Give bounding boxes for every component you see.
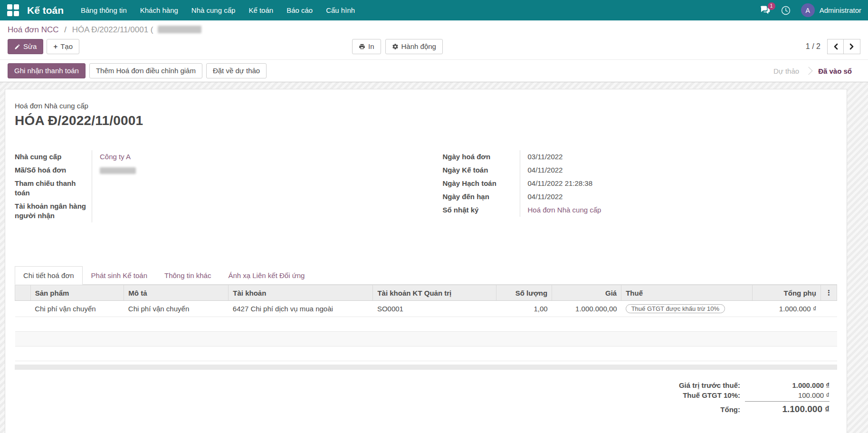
total-untaxed: Giá trị trước thuế: 1.000.000 ₫ <box>679 380 830 390</box>
cell-tax: Thuế GTGT được khấu trừ 10% <box>621 301 752 317</box>
totals-block: Giá trị trước thuế: 1.000.000 ₫ Thuế GTG… <box>15 380 837 433</box>
cell-quantity: 1,00 <box>496 301 552 317</box>
edit-button[interactable]: Sửa <box>8 39 43 54</box>
field-due-date: Ngày đến hạn 04/11/2022 <box>443 190 838 203</box>
field-column-left: Nhà cung cấp Công ty A Mã/Số hoá đơn Tha… <box>15 150 410 222</box>
supplier-link[interactable]: Công ty A <box>100 153 131 161</box>
optional-columns-header: ⋮ <box>820 285 837 301</box>
kebab-icon[interactable]: ⋮ <box>825 289 832 297</box>
create-button[interactable]: + Tạo <box>47 39 79 54</box>
pager-counter: 1 / 2 <box>806 42 820 51</box>
activities-button[interactable] <box>781 6 791 15</box>
total-amount: Tổng: 1.100.000 ₫ <box>720 400 830 415</box>
notebook-tabs: Chi tiết hoá đơn Phát sinh Kế toán Thông… <box>15 266 837 285</box>
table-row[interactable]: Chi phí vận chuyển Chi phí vận chuyển 64… <box>15 301 837 317</box>
tab-invoice-lines[interactable]: Chi tiết hoá đơn <box>15 266 83 285</box>
nav-item-vendors[interactable]: Nhà cung cấp <box>185 0 242 20</box>
field-column-right: Ngày hoá đơn 03/11/2022 Ngày Kế toán 04/… <box>443 150 838 217</box>
breadcrumb-current: HÓA Đ/2022/11/0001 ( <box>72 25 153 34</box>
cell-price: 1.000.000,00 <box>552 301 621 317</box>
cell-analytic-account: SO0001 <box>373 301 496 317</box>
state-posted[interactable]: Đã vào sổ <box>810 64 860 78</box>
nav-item-dashboard[interactable]: Bảng thông tin <box>74 0 134 20</box>
invoice-lines-table: Sản phẩm Mô tả Tài khoản Tài khoản KT Qu… <box>15 285 837 361</box>
breadcrumb-separator: / <box>64 25 67 34</box>
pager-next-button[interactable] <box>844 39 860 54</box>
main-menu: Bảng thông tin Khách hàng Nhà cung cấp K… <box>74 0 362 20</box>
status-flow: Dự thảo Đã vào sổ <box>765 64 860 78</box>
field-recipient-bank: Tài khoản ngân hàng người nhận <box>15 200 410 222</box>
header-description: Mô tả <box>124 285 229 301</box>
cell-account: 6427 Chi phí dịch vụ mua ngoài <box>229 301 373 317</box>
pager-previous-button[interactable] <box>827 39 844 54</box>
cell-description: Chi phí vận chuyển <box>124 301 229 317</box>
table-header-row: Sản phẩm Mô tả Tài khoản Tài khoản KT Qu… <box>15 285 837 301</box>
reset-to-draft-button[interactable]: Đặt về dự thảo <box>206 63 267 78</box>
tab-journal-items[interactable]: Phát sinh Kế toán <box>83 266 156 285</box>
app-brand[interactable]: Kế toán <box>27 5 64 16</box>
invoice-sheet: Hoá đơn Nhà cung cấp HÓA Đ/2022/11/0001 … <box>5 89 847 433</box>
field-grid: Nhà cung cấp Công ty A Mã/Số hoá đơn Tha… <box>15 150 837 222</box>
action-menu-button[interactable]: Hành động <box>385 39 443 54</box>
tax-pill: Thuế GTGT được khấu trừ 10% <box>626 304 725 313</box>
empty-row <box>15 332 837 346</box>
nav-item-accounting[interactable]: Kế toán <box>242 0 280 20</box>
statusbar: Ghi nhận thanh toán Thêm Hoá đơn điều ch… <box>0 59 868 82</box>
chevron-right-icon <box>849 43 855 50</box>
tab-counterpart-mapping[interactable]: Ánh xạ Liên kết Đối ứng <box>219 266 313 285</box>
field-payment-reference: Tham chiếu thanh toán <box>15 177 410 200</box>
print-button[interactable]: In <box>352 39 381 54</box>
header-subtotal: Tổng phụ <box>752 285 820 301</box>
table-footer-strip <box>15 365 837 370</box>
button-row: Sửa + Tạo In Hành động 1 / 2 <box>8 39 860 59</box>
printer-icon <box>359 43 365 50</box>
invoice-number-title: HÓA Đ/2022/11/0001 <box>15 113 837 128</box>
cell-subtotal: 1.000.000 ₫ <box>752 301 820 317</box>
plus-icon: + <box>53 42 57 51</box>
nav-item-settings[interactable]: Cấu hình <box>319 0 362 20</box>
form-background: Hoá đơn Nhà cung cấp HÓA Đ/2022/11/0001 … <box>0 82 868 433</box>
tab-other-info[interactable]: Thông tin khác <box>156 266 219 285</box>
breadcrumb-parent-link[interactable]: Hoá đơn NCC <box>8 25 59 34</box>
journal-link[interactable]: Hoá đơn Nhà cung cấp <box>528 206 601 214</box>
header-product: Sản phẩm <box>30 285 124 301</box>
add-credit-note-button[interactable]: Thêm Hoá đơn điều chỉnh giảm <box>89 63 202 78</box>
user-name: Administrator <box>820 6 861 14</box>
pencil-icon <box>14 44 20 50</box>
field-supplier: Nhà cung cấp Công ty A <box>15 150 410 164</box>
header-price: Giá <box>552 285 621 301</box>
messages-button[interactable]: 1 <box>760 6 771 15</box>
redacted-breadcrumb-text <box>158 26 201 33</box>
redacted-reference-value <box>100 167 136 174</box>
header-quantity: Số lượng <box>496 285 552 301</box>
messages-count-badge: 1 <box>768 2 775 10</box>
empty-row <box>15 317 837 332</box>
empty-row <box>15 346 837 361</box>
nav-item-reports[interactable]: Báo cáo <box>280 0 319 20</box>
avatar: A <box>801 3 815 17</box>
top-navbar: Kế toán Bảng thông tin Khách hàng Nhà cu… <box>0 0 868 20</box>
field-invoice-date: Ngày hoá đơn 03/11/2022 <box>443 150 838 164</box>
breadcrumb: Hoá đơn NCC / HÓA Đ/2022/11/0001 ( <box>8 25 860 35</box>
gear-icon <box>392 43 399 50</box>
header-account: Tài khoản <box>229 285 373 301</box>
chevron-left-icon <box>833 43 839 50</box>
total-tax: Thuế GTGT 10%: 100.000 ₫ <box>683 390 830 400</box>
field-posting-date: Ngày Hạch toán 04/11/2022 21:28:38 <box>443 177 838 190</box>
header-tax: Thuế <box>621 285 752 301</box>
apps-grid-icon[interactable] <box>7 4 19 17</box>
invoice-type-label: Hoá đơn Nhà cung cấp <box>15 102 837 110</box>
nav-item-customers[interactable]: Khách hàng <box>134 0 185 20</box>
handle-column-header <box>15 285 31 301</box>
clock-icon <box>781 6 791 15</box>
cell-product: Chi phí vận chuyển <box>30 301 124 317</box>
control-panel: Hoá đơn NCC / HÓA Đ/2022/11/0001 ( Sửa +… <box>0 20 868 59</box>
field-accounting-date: Ngày Kế toán 04/11/2022 <box>443 164 838 177</box>
header-analytic-account: Tài khoản KT Quản trị <box>373 285 496 301</box>
register-payment-button[interactable]: Ghi nhận thanh toán <box>8 63 86 78</box>
user-menu[interactable]: A Administrator <box>801 3 861 17</box>
field-journal: Sổ nhật ký Hoá đơn Nhà cung cấp <box>443 203 838 217</box>
state-draft[interactable]: Dự thảo <box>765 64 808 78</box>
field-vendor-reference: Mã/Số hoá đơn <box>15 164 410 177</box>
